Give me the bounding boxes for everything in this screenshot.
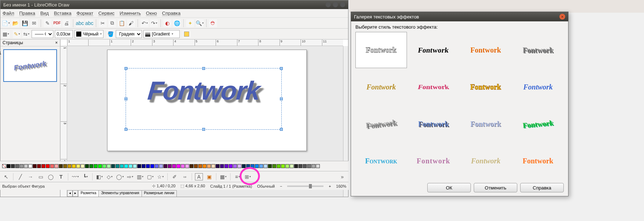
- color-swatch[interactable]: [142, 164, 146, 168]
- navigator-icon[interactable]: ✦: [186, 19, 194, 27]
- chart-icon[interactable]: ◐: [163, 19, 171, 27]
- color-swatch[interactable]: [277, 164, 281, 168]
- spellcheck-icon[interactable]: abc: [76, 19, 84, 27]
- color-swatch[interactable]: [46, 164, 50, 168]
- color-swatch[interactable]: [311, 164, 315, 168]
- color-swatch[interactable]: [229, 164, 233, 168]
- print-icon[interactable]: 🖨: [62, 19, 70, 27]
- color-swatch[interactable]: [120, 164, 124, 168]
- fontwork-style-16[interactable]: Fontwork: [512, 143, 564, 179]
- color-swatch[interactable]: [194, 164, 198, 168]
- color-swatch[interactable]: [111, 164, 115, 168]
- tab-controls[interactable]: Элементы управления: [98, 190, 142, 197]
- ok-button[interactable]: ОК: [427, 183, 471, 192]
- block-arrows-icon[interactable]: ⇨▾: [126, 173, 134, 180]
- color-swatch[interactable]: [133, 164, 137, 168]
- fontwork-style-1[interactable]: Fontwork: [355, 32, 407, 68]
- arrange-icon[interactable]: ▦▾: [2, 30, 10, 38]
- fontwork-style-11[interactable]: Fontwork: [460, 106, 511, 142]
- color-swatch[interactable]: [259, 164, 263, 168]
- new-doc-icon[interactable]: 📄▾: [2, 19, 10, 27]
- fontwork-style-4[interactable]: Fontwork: [512, 32, 564, 68]
- menu-modify[interactable]: Изменить: [119, 11, 141, 16]
- undo-icon[interactable]: ↶▾: [140, 19, 148, 27]
- color-swatch[interactable]: [211, 164, 215, 168]
- color-swatch[interactable]: [198, 164, 202, 168]
- zoom-slider[interactable]: [287, 185, 323, 187]
- gradient-select[interactable]: [Gradient▾: [143, 30, 180, 38]
- color-swatch[interactable]: [285, 164, 289, 168]
- line-width-input[interactable]: [55, 30, 73, 38]
- line-color-select[interactable]: Чёрный▾: [74, 30, 103, 38]
- line-tool-icon[interactable]: ╱: [16, 173, 24, 180]
- color-swatch[interactable]: [203, 164, 207, 168]
- color-swatch[interactable]: [137, 164, 141, 168]
- color-swatch[interactable]: [264, 164, 268, 168]
- color-swatch[interactable]: [37, 164, 41, 168]
- rect-tool-icon[interactable]: ▭: [37, 173, 45, 180]
- fontwork-gallery-icon[interactable]: A: [195, 173, 203, 180]
- color-swatch[interactable]: [303, 164, 307, 168]
- color-swatch[interactable]: [307, 164, 311, 168]
- arrow-style-icon[interactable]: ⇆▾: [22, 30, 30, 38]
- autospell-icon[interactable]: abc: [85, 19, 93, 27]
- color-swatch[interactable]: [59, 164, 63, 168]
- fontwork-style-15[interactable]: Fontwork: [460, 143, 511, 179]
- fontwork-style-9[interactable]: Fontwork: [354, 103, 409, 145]
- color-swatch[interactable]: [220, 164, 224, 168]
- symbol-shapes-icon[interactable]: ◯▾: [116, 173, 124, 180]
- insert-icon[interactable]: ▦▾: [219, 173, 227, 180]
- fontwork-style-5[interactable]: Fontwork: [355, 69, 407, 105]
- arrow-tool-icon[interactable]: →: [27, 173, 34, 180]
- color-swatch[interactable]: [150, 164, 154, 168]
- color-swatch[interactable]: [41, 164, 45, 168]
- glue-icon[interactable]: ⎃: [181, 173, 189, 180]
- pdf-icon[interactable]: PDF: [53, 19, 61, 27]
- color-swatch[interactable]: [290, 164, 294, 168]
- tab-dimlines[interactable]: Размерные линии: [142, 190, 177, 197]
- 3d-tool-icon[interactable]: ◧▾: [95, 173, 103, 180]
- color-swatch[interactable]: [163, 164, 167, 168]
- color-swatch[interactable]: [246, 164, 250, 168]
- color-swatch[interactable]: [250, 164, 254, 168]
- fontwork-object[interactable]: Fontwork: [146, 76, 261, 105]
- area-icon[interactable]: 🪣: [106, 30, 114, 38]
- cut-icon[interactable]: ✂: [99, 19, 107, 27]
- color-swatch[interactable]: [72, 164, 76, 168]
- color-swatch[interactable]: [233, 164, 237, 168]
- color-swatch[interactable]: [316, 164, 320, 168]
- color-swatch[interactable]: [155, 164, 159, 168]
- color-swatch[interactable]: [33, 164, 37, 168]
- tab-layout[interactable]: Разметка: [78, 190, 99, 197]
- help-button[interactable]: Справка: [520, 183, 564, 192]
- hyperlink-icon[interactable]: 🌐: [173, 19, 181, 27]
- help-icon[interactable]: ⛑: [209, 19, 217, 27]
- fontwork-style-12[interactable]: Fontwork: [511, 104, 565, 144]
- color-swatch[interactable]: [159, 164, 163, 168]
- flowchart-icon[interactable]: ▥▾: [136, 173, 144, 180]
- color-swatch[interactable]: [20, 164, 24, 168]
- color-swatch[interactable]: [107, 164, 111, 168]
- open-icon[interactable]: 📂: [11, 19, 19, 27]
- color-swatch[interactable]: [181, 164, 185, 168]
- fill-mode-select[interactable]: Градиент: [116, 30, 142, 38]
- color-swatch[interactable]: [15, 164, 19, 168]
- color-swatch[interactable]: [294, 164, 298, 168]
- menu-format[interactable]: Формат: [77, 11, 93, 16]
- cancel-button[interactable]: Отменить: [474, 183, 517, 192]
- fontwork-style-6[interactable]: Fontwork: [400, 75, 468, 107]
- slides-panel-close-icon[interactable]: ×: [55, 40, 58, 45]
- save-icon[interactable]: 💾: [21, 19, 29, 27]
- curve-tool-icon[interactable]: 〰▾: [71, 173, 79, 180]
- stars-icon[interactable]: ☆▾: [156, 173, 164, 180]
- no-color-swatch[interactable]: [2, 164, 6, 168]
- color-swatch[interactable]: [255, 164, 259, 168]
- menu-edit[interactable]: Правка: [19, 11, 35, 16]
- callout-icon[interactable]: ▢▾: [146, 173, 154, 180]
- color-swatch[interactable]: [224, 164, 228, 168]
- color-swatch[interactable]: [102, 164, 106, 168]
- color-swatch[interactable]: [11, 164, 15, 168]
- color-swatch[interactable]: [176, 164, 180, 168]
- zoom-icon[interactable]: 🔍▾: [196, 19, 204, 27]
- zoom-out-icon[interactable]: −: [280, 184, 282, 188]
